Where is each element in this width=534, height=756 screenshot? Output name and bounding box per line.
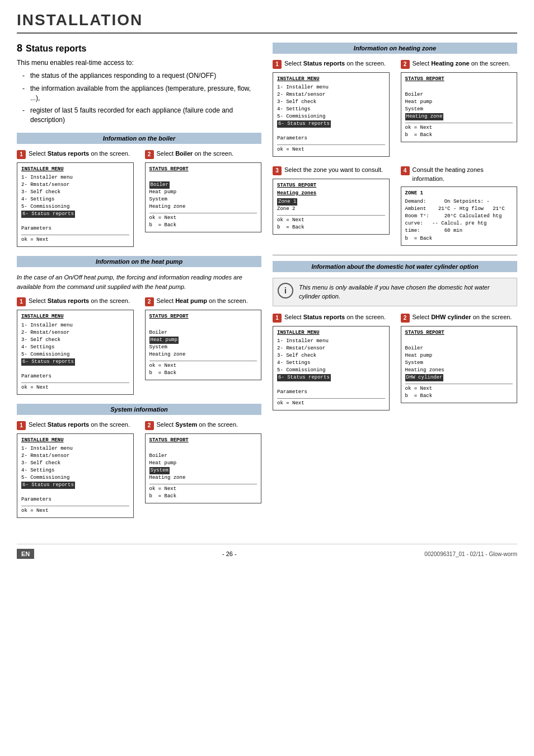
boiler-banner: Information on the boiler xyxy=(17,133,261,144)
step-number-2: 2 xyxy=(145,150,154,159)
hp-status-screen: STATUS REPORT Boiler Heat pump System He… xyxy=(145,310,262,380)
system-banner: System information xyxy=(17,404,261,415)
boiler-step2: 2 Select Boiler on the screen. STATUS RE… xyxy=(145,150,262,247)
hz-step4: 4 Consult the heating zones information.… xyxy=(401,166,518,245)
hz-step-number-3: 3 xyxy=(273,166,282,175)
hz-steps-1-2: 1 Select Status reports on the screen. I… xyxy=(273,59,517,157)
section-title: Status reports xyxy=(26,44,86,54)
hz-step3: 3 Select the zone you want to consult. S… xyxy=(273,166,390,245)
sys-installer-screen: INSTALLER MENU 1- Installer menu 2- Rmst… xyxy=(17,433,134,518)
boiler-steps: 1 Select Status reports on the screen. I… xyxy=(17,150,261,247)
dhw-step1-text: Select Status reports on the screen. xyxy=(284,313,386,321)
dhw-step1: 1 Select Status reports on the screen. I… xyxy=(273,313,390,410)
heatpump-step2: 2 Select Heat pump on the screen. STATUS… xyxy=(145,297,262,394)
hz-step-number-2: 2 xyxy=(401,60,410,69)
page-footer: EN - 26 - 0020096317_01 - 02/11 - Glow-w… xyxy=(17,544,517,559)
hz-step2: 2 Select Heating zone on the screen. STA… xyxy=(401,59,518,157)
hz-step3-text: Select the zone you want to consult. xyxy=(284,166,383,174)
dhw-step-number-1: 1 xyxy=(273,314,282,323)
sys-step-number-2: 2 xyxy=(145,421,154,430)
dhw-installer-screen: INSTALLER MENU 1- Installer menu 2- Rmst… xyxy=(273,326,390,410)
hz-step-number-1: 1 xyxy=(273,60,282,69)
sys-step-number-1: 1 xyxy=(17,421,26,430)
step-number-1: 1 xyxy=(17,150,26,159)
hp-installer-screen: INSTALLER MENU 1- Installer menu 2- Rmst… xyxy=(17,310,134,394)
dhw-step2: 2 Select DHW cylinder on the screen. STA… xyxy=(401,313,518,410)
boiler-status-screen: STATUS REPORT Boiler Heat pump System He… xyxy=(145,162,262,232)
hz-banner: Information on heating zone xyxy=(273,43,517,54)
page-number: - 26 - xyxy=(222,550,237,557)
bullet-item: the status of the appliances responding … xyxy=(22,71,261,81)
page-title: INSTALLATION xyxy=(17,11,517,34)
bullet-item: register of last 5 faults recorded for e… xyxy=(22,106,261,125)
left-column: 8 Status reports This menu enables real-… xyxy=(17,43,261,527)
hz-steps-3-4: 3 Select the zone you want to consult. S… xyxy=(273,166,517,245)
hz-step-number-4: 4 xyxy=(401,166,410,175)
boiler-step1: 1 Select Status reports on the screen. I… xyxy=(17,150,134,247)
system-steps: 1 Select Status reports on the screen. I… xyxy=(17,421,261,518)
hz-zones-screen: STATUS REPORTHeating zones Zone 1 Zone 2… xyxy=(273,179,390,235)
dhw-info-box: i This menu is only available if you hav… xyxy=(273,278,517,306)
dhw-status-screen: STATUS REPORT Boiler Heat pump System He… xyxy=(401,326,518,403)
lang-badge: EN xyxy=(17,549,34,559)
sys-step2-text: Select System on the screen. xyxy=(157,421,238,429)
boiler-step2-text: Select Boiler on the screen. xyxy=(157,150,234,158)
hp-step-number-1: 1 xyxy=(17,297,26,306)
hp-step1-text: Select Status reports on the screen. xyxy=(29,297,130,305)
system-step1: 1 Select Status reports on the screen. I… xyxy=(17,421,134,518)
hz-zone-detail-screen: ZONE 1 Demand: On Setpoints: - Ambient 2… xyxy=(401,186,518,245)
hz-status-screen: STATUS REPORT Boiler Heat pump System He… xyxy=(401,72,518,142)
info-icon: i xyxy=(278,283,293,298)
sys-step1-text: Select Status reports on the screen. xyxy=(29,421,130,429)
system-step2: 2 Select System on the screen. STATUS RE… xyxy=(145,421,262,518)
bullet-list: the status of the appliances responding … xyxy=(22,71,261,125)
sys-status-screen: STATUS REPORT Boiler Heat pump System He… xyxy=(145,433,262,503)
hp-step2-text: Select Heat pump on the screen. xyxy=(157,297,248,305)
hz-step2-text: Select Heating zone on the screen. xyxy=(413,59,510,68)
hp-step-number-2: 2 xyxy=(145,297,154,306)
hz-step1: 1 Select Status reports on the screen. I… xyxy=(273,59,390,157)
dhw-info-text: This menu is only available if you have … xyxy=(299,283,512,301)
right-column: Information on heating zone 1 Select Sta… xyxy=(273,43,517,527)
intro-text: This menu enables real-time access to: xyxy=(17,59,261,67)
hz-step4-text: Consult the heating zones information. xyxy=(413,166,518,183)
dhw-step-number-2: 2 xyxy=(401,314,410,323)
boiler-step1-text: Select Status reports on the screen. xyxy=(29,150,130,158)
heatpump-step1: 1 Select Status reports on the screen. I… xyxy=(17,297,134,394)
boiler-installer-screen: INSTALLER MENU 1- Installer menu 2- Rmst… xyxy=(17,162,134,247)
dhw-steps: 1 Select Status reports on the screen. I… xyxy=(273,313,517,410)
heatpump-banner: Information on the heat pump xyxy=(17,256,261,267)
section-number: 8 xyxy=(17,43,22,54)
dhw-step2-text: Select DHW cylinder on the screen. xyxy=(413,313,512,321)
heatpump-steps: 1 Select Status reports on the screen. I… xyxy=(17,297,261,394)
hz-step1-text: Select Status reports on the screen. xyxy=(284,59,386,68)
heatpump-note: In the case of an On/Off heat pump, the … xyxy=(17,273,261,291)
dhw-banner: Information about the domestic hot water… xyxy=(273,261,517,272)
hz-installer-screen: INSTALLER MENU 1- Installer menu 2- Rmst… xyxy=(273,72,390,157)
bullet-item: the information available from the appli… xyxy=(22,84,261,103)
footer-code: 0020096317_01 - 02/11 - Glow-worm xyxy=(424,551,517,557)
